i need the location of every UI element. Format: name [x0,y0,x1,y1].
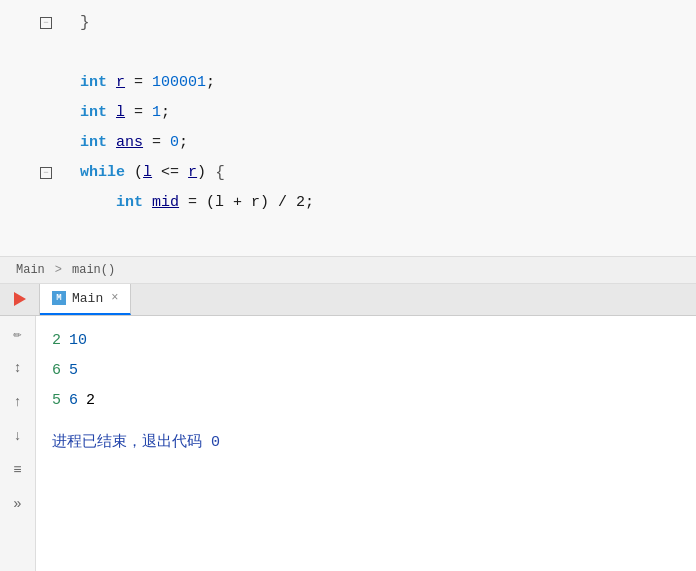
breadcrumb-bar: Main > main() [0,256,696,284]
output-panel: ✏ ↕ ↑ ↓ ≡ » 2 10 6 5 5 6 2 进程已结束，退出代码 0 [0,316,696,572]
pencil-icon[interactable]: ✏ [8,324,28,344]
mid-eq: = [179,188,206,218]
tab-main-icon: M [52,291,66,305]
output-line-2: 6 5 [52,356,680,386]
code-line-ans: int ans = 0 ; [80,128,696,158]
code-line-blank [80,38,696,68]
semi-ans: ; [179,128,188,158]
gutter-line-4 [0,98,60,128]
tab-bar: M Main × [0,284,696,316]
op-r: = [125,68,152,98]
tab-main-label: Main [72,291,103,306]
gutter-line-blank [0,38,60,68]
tab-main[interactable]: M Main × [40,284,131,315]
closing-brace: } [80,8,90,38]
list-icon[interactable]: ≡ [8,460,28,480]
space-l1 [107,98,116,128]
out-line1-val2: 10 [69,326,87,356]
var-ans: ans [116,128,143,158]
while-op: <= [152,158,188,188]
space-r1 [107,68,116,98]
gutter-line-7 [0,188,60,218]
fold-icon-1[interactable]: − [40,17,52,29]
while-space2 [206,158,215,188]
sort-icon[interactable]: ↕ [8,358,28,378]
run-icon [14,292,26,306]
keyword-int-l: int [80,98,107,128]
out-line2-val1: 6 [52,356,61,386]
gutter-line-5 [0,128,60,158]
out-line3-val2: 6 [69,386,78,416]
while-space [125,158,134,188]
keyword-while: while [80,158,125,188]
out-line3-val3: 2 [86,386,95,416]
var-r: r [116,68,125,98]
space-ans1 [107,128,116,158]
code-line-mid: int mid = (l + r) / 2; [80,188,696,218]
code-content: } int r = 100001 ; int l = 1 ; int ans [60,0,696,256]
up-icon[interactable]: ↑ [8,392,28,412]
breadcrumb-separator: > [55,263,62,277]
process-exit-line: 进程已结束，退出代码 0 [52,432,680,451]
gutter-line-3 [0,68,60,98]
out-line3-val1: 5 [52,386,61,416]
while-brace: { [215,158,225,188]
op-l: = [125,98,152,128]
while-paren-open: ( [134,158,143,188]
out-line2-val2: 5 [69,356,78,386]
mid-indent [80,188,116,218]
mid-space [143,188,152,218]
op-ans: = [143,128,170,158]
code-line-brace: } [80,8,696,38]
gutter-line-1: − [0,8,60,38]
tab-close-button[interactable]: × [111,291,118,305]
keyword-int-r: int [80,68,107,98]
expand-icon[interactable]: » [8,494,28,514]
while-var-r: r [188,158,197,188]
run-icon-area [0,284,40,315]
output-sidebar: ✏ ↕ ↑ ↓ ≡ » [0,316,36,572]
semi-r: ; [206,68,215,98]
var-mid: mid [152,188,179,218]
breadcrumb-mainfunc[interactable]: main() [66,261,121,279]
code-line-r: int r = 100001 ; [80,68,696,98]
val-r: 100001 [152,68,206,98]
output-line-3: 5 6 2 [52,386,680,416]
mid-expr: (l + r) / 2; [206,188,314,218]
gutter-line-6: − [0,158,60,188]
while-paren-close: ) [197,158,206,188]
output-content: 2 10 6 5 5 6 2 进程已结束，退出代码 0 [36,316,696,572]
while-var-l: l [143,158,152,188]
keyword-int-ans: int [80,128,107,158]
output-line-1: 2 10 [52,326,680,356]
down-icon[interactable]: ↓ [8,426,28,446]
val-l: 1 [152,98,161,128]
var-l: l [116,98,125,128]
code-line-while: while ( l <= r ) { [80,158,696,188]
val-ans: 0 [170,128,179,158]
editor-area: − − } int r = 100001 ; int l [0,0,696,256]
fold-icon-6[interactable]: − [40,167,52,179]
semi-l: ; [161,98,170,128]
keyword-int-mid: int [116,188,143,218]
out-line1-val1: 2 [52,326,61,356]
breadcrumb-main[interactable]: Main [10,261,51,279]
code-line-l: int l = 1 ; [80,98,696,128]
